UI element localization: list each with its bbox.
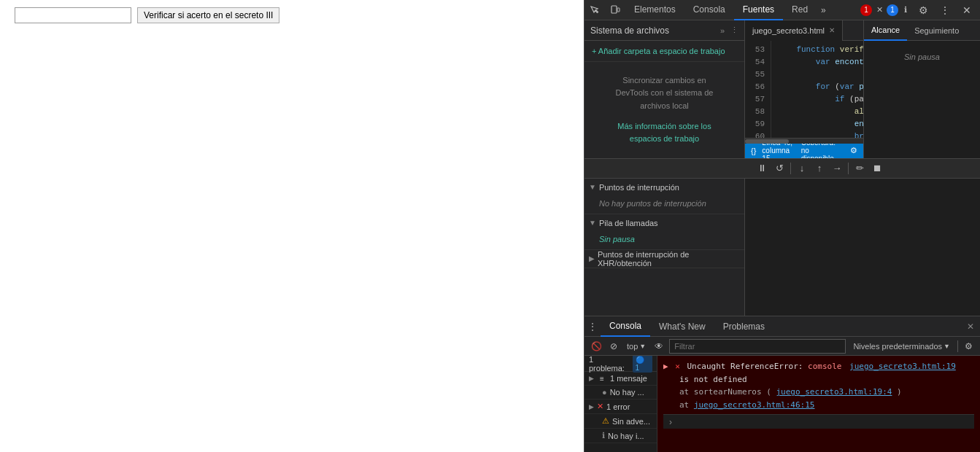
fs-sidebar: Sistema de archivos » ⋮ + Añadir carpeta… [584,20,745,158]
fs-tab-label[interactable]: Sistema de archivos [590,26,669,36]
tab-seguimiento[interactable]: Seguimiento [907,20,966,41]
console-tab-whats-new[interactable]: What's New [650,316,714,337]
error-link1[interactable]: juego_secreto3.html:19 [849,362,956,371]
step-over-btn[interactable]: ↓ [794,160,810,176]
msg-list-icon: ≡ [597,375,607,383]
msg-item-messages[interactable]: ▶ ≡ 1 mensaje [584,372,657,386]
context-selector[interactable]: top ▼ [624,342,649,351]
more-tabs-icon[interactable]: » [817,0,830,20]
secret-input[interactable] [15,7,131,23]
sources-bottom: ▼ Puntos de interrupción No hay puntos d… [584,179,980,316]
info-icon: ℹ [900,4,911,16]
fs-options-icon[interactable]: ⋮ [730,26,738,35]
console-gear-btn[interactable]: ⚙ [961,339,976,354]
console-settings-btn[interactable]: ⊘ [606,339,621,354]
pause-btn[interactable]: ⏸ [754,160,770,176]
error-comsole: comsole [808,362,841,371]
console-toolbar: 🚫 ⊘ top ▼ 👁 Niveles predeterminados ▼ ⚙ [584,337,980,356]
debug-tabs: Alcance Seguimiento [864,20,980,41]
inspect-icon[interactable] [584,0,605,20]
verify-button[interactable]: Verificar si acerto en el secreto III [137,7,279,23]
error-line-4: at juego_secreto3.html:46:15 [663,399,974,412]
code-tab-file[interactable]: juego_secreto3.html ✕ [745,20,843,41]
edit-btn[interactable]: ✏ [852,160,868,176]
levels-dropdown-icon: ▼ [944,343,950,350]
tab-elementos[interactable]: Elementos [625,0,684,20]
tab-alcance[interactable]: Alcance [864,20,907,41]
console-filter-input[interactable] [669,339,846,354]
breakpoints-section: ▼ Puntos de interrupción No hay puntos d… [584,179,744,214]
page-area: Verificar si acerto en el secreto III [0,0,584,452]
code-scrollbar[interactable] [745,138,863,144]
sources-area: Sistema de archivos » ⋮ + Añadir carpeta… [584,20,980,158]
msg-item-warn[interactable]: ⚠ Sin adve... [584,414,657,429]
error-line-1: ▶ ✕ Uncaught ReferenceError: comsole jue… [663,360,974,373]
breakpoints-content: No hay puntos de interrupción [584,196,744,214]
breakpoints-header[interactable]: ▼ Puntos de interrupción [584,179,744,196]
msg-warn-label: Sin adve... [612,417,650,426]
fs-more-info-link[interactable]: Más información sobre los espacios de tr… [617,120,711,146]
console-prompt: › [663,414,974,429]
problems-badge: 🔵 1 [633,356,652,373]
tab-red[interactable]: Red [783,0,817,20]
close-devtools-icon[interactable]: ✕ [957,0,977,20]
resume-btn[interactable]: ↺ [771,160,787,176]
toolbar-right: 1 ✕ 1 ℹ ⚙ ⋮ ✕ [860,0,980,20]
eye-btn[interactable]: 👁 [652,339,666,354]
step-into-btn[interactable]: ↑ [811,160,827,176]
stop-btn[interactable]: ⏹ [869,160,885,176]
call-stack-content: Sin pausa [584,232,744,249]
toolbar-separator [957,340,958,352]
console-tabs: ⋮ Consola What's New Problemas ✕ [584,316,980,337]
fs-more-icon[interactable]: » [720,26,725,35]
msg-label: 1 mensaje [610,374,647,383]
console-area: ⋮ Consola What's New Problemas ✕ 🚫 ⊘ top… [584,316,980,452]
breakpoints-label: Puntos de interrupción [599,183,679,192]
msg-nohay-label: No hay ... [610,388,644,397]
call-stack-section: ▼ Pila de llamadas Sin pausa [584,214,744,250]
code-editor[interactable]: 53 54 55 56 57 58 59 60 61 62 63 64 65 f… [745,41,863,138]
tab-consola[interactable]: Consola [684,0,734,20]
device-icon[interactable] [605,0,625,20]
add-workspace-btn[interactable]: + Añadir carpeta a espacio de trabajo [584,41,744,62]
error-link3[interactable]: juego_secreto3.html:46:15 [694,400,815,410]
error-at-1: at sortearNumeros ( [663,387,771,397]
breakpoints-arrow: ▼ [589,183,596,191]
xhr-section: ▶ Puntos de interrupción de XHR/obtenció… [584,250,744,268]
msg-icon-info-1: ● [602,388,607,397]
msg-icon-err: ✕ [597,402,603,411]
debug-content: Sin pausa [864,41,980,158]
msg-item-info2[interactable]: ℹ No hay i... [584,429,657,443]
console-menu-icon[interactable]: ⋮ [584,316,601,337]
tab-fuentes[interactable]: Fuentes [734,0,783,20]
close-tab-icon[interactable]: ✕ [829,26,835,34]
error-expand-icon[interactable]: ▶ [663,362,668,371]
console-content: 1 problema: 🔵 1 ▶ ≡ 1 mensaje ● No hay .… [584,356,980,452]
error-line-3: at sortearNumeros ( juego_secreto3.html:… [663,386,974,399]
svg-rect-1 [617,8,620,12]
settings-icon[interactable]: ⚙ [913,0,933,20]
xhr-header[interactable]: ▶ Puntos de interrupción de XHR/obtenció… [584,250,744,268]
msg-item-nohay1[interactable]: ● No hay ... [584,386,657,400]
call-stack-label: Pila de llamadas [599,219,658,227]
scrollbar-thumb [745,139,789,144]
console-levels[interactable]: Niveles predeterminados ▼ [849,342,954,351]
call-stack-header[interactable]: ▼ Pila de llamadas [584,214,744,232]
console-tab-problemas[interactable]: Problemas [714,316,773,337]
console-tab-consola[interactable]: Consola [601,316,650,337]
msg-expand-icon: ▶ [589,375,594,382]
console-close-btn[interactable]: ✕ [961,316,980,337]
msg-item-error[interactable]: ▶ ✕ 1 error [584,400,657,414]
error-link2[interactable]: juego_secreto3.html:19:4 [776,387,892,397]
more-options-icon[interactable]: ⋮ [935,0,955,20]
info-badge: 1 [887,4,898,16]
status-settings-icon[interactable]: ⚙ [850,146,857,155]
debugger-toolbar: ⏸ ↺ ↓ ↑ → ✏ ⏹ [584,158,980,179]
code-area: juego_secreto3.html ✕ 53 54 55 56 57 58 … [745,20,863,158]
step-out-btn[interactable]: → [829,160,845,176]
clear-console-btn[interactable]: 🚫 [589,339,603,354]
call-stack-arrow: ▼ [589,219,596,227]
error-icon: ✕ [873,4,885,16]
msg-icon-info-2: ℹ [602,431,605,440]
format-icon[interactable]: {} [751,147,756,155]
